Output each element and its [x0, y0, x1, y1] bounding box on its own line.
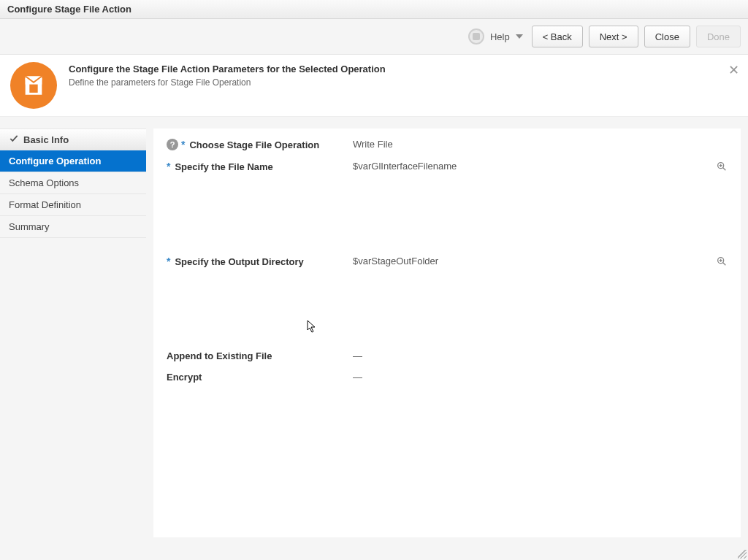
close-icon[interactable]: ✕: [728, 62, 739, 78]
close-button[interactable]: Close: [644, 26, 690, 47]
required-asterisk: *: [167, 161, 170, 172]
toolbar-wrap: Help < Back Next > Close Done: [0, 19, 748, 55]
toolbar: Help < Back Next > Close Done: [0, 19, 748, 54]
filename-value: $varGlInterfaceFilename: [353, 161, 716, 172]
row-output-dir: * Specify the Output Directory $varStage…: [167, 256, 728, 270]
sidebar-item-format-definition[interactable]: Format Definition: [0, 194, 146, 216]
magnify-icon[interactable]: [716, 256, 728, 270]
row-filename: * Specify the File Name $varGlInterfaceF…: [167, 161, 728, 175]
help-group: Help: [468, 28, 523, 45]
required-asterisk: *: [167, 256, 170, 267]
encrypt-value: —: [353, 372, 728, 383]
chevron-down-icon[interactable]: [516, 34, 523, 39]
row-encrypt: Encrypt —: [167, 372, 728, 383]
sidebar-item-label: Configure Operation: [9, 156, 101, 166]
check-icon: [9, 134, 19, 146]
sidebar-item-label: Format Definition: [9, 199, 81, 210]
row-append: Append to Existing File —: [167, 350, 728, 361]
append-value: —: [353, 350, 728, 361]
filename-label: Specify the File Name: [175, 161, 272, 172]
choose-operation-label: Choose Stage File Operation: [189, 139, 319, 150]
output-dir-value: $varStageOutFolder: [353, 256, 716, 266]
title-bar: Configure Stage File Action: [0, 0, 748, 19]
content: Basic Info Configure Operation Schema Op…: [0, 117, 748, 545]
help-icon[interactable]: ?: [167, 139, 178, 150]
next-button[interactable]: Next >: [589, 26, 638, 47]
wizard-sidebar: Basic Info Configure Operation Schema Op…: [0, 117, 146, 545]
required-asterisk: *: [181, 139, 185, 150]
banner-text: Configure the Stage File Action Paramete…: [69, 62, 386, 88]
history-icon[interactable]: [468, 28, 484, 45]
banner-subtitle: Define the parameters for Stage File Ope…: [69, 77, 386, 88]
encrypt-label: Encrypt: [167, 372, 202, 383]
magnify-icon[interactable]: [716, 161, 728, 175]
main-panel: ? * Choose Stage File Operation Write Fi…: [153, 129, 741, 537]
sidebar-item-summary[interactable]: Summary: [0, 216, 146, 238]
svg-line-4: [722, 167, 725, 170]
row-choose-operation: ? * Choose Stage File Operation Write Fi…: [167, 139, 728, 150]
sidebar-item-schema-options[interactable]: Schema Options: [0, 172, 146, 194]
output-dir-label: Specify the Output Directory: [175, 256, 303, 267]
sidebar-item-label: Schema Options: [9, 177, 79, 188]
sidebar-item-label: Summary: [9, 221, 50, 232]
back-button[interactable]: < Back: [532, 26, 583, 47]
window-title: Configure Stage File Action: [7, 4, 131, 15]
sidebar-item-label: Basic Info: [23, 134, 69, 145]
banner-title: Configure the Stage File Action Paramete…: [69, 64, 386, 74]
done-button: Done: [696, 26, 741, 47]
svg-rect-2: [29, 85, 37, 93]
append-label: Append to Existing File: [167, 350, 272, 361]
banner: Configure the Stage File Action Paramete…: [0, 55, 748, 117]
subsection: Append to Existing File — Encrypt —: [167, 350, 728, 383]
resize-grip-icon[interactable]: [738, 550, 747, 559]
help-label[interactable]: Help: [490, 31, 510, 42]
choose-operation-value: Write File: [353, 139, 728, 150]
stage-file-emblem-icon: [10, 62, 57, 109]
sidebar-item-basic-info[interactable]: Basic Info: [0, 129, 146, 150]
sidebar-item-configure-operation[interactable]: Configure Operation: [0, 150, 146, 172]
svg-line-8: [722, 262, 725, 265]
